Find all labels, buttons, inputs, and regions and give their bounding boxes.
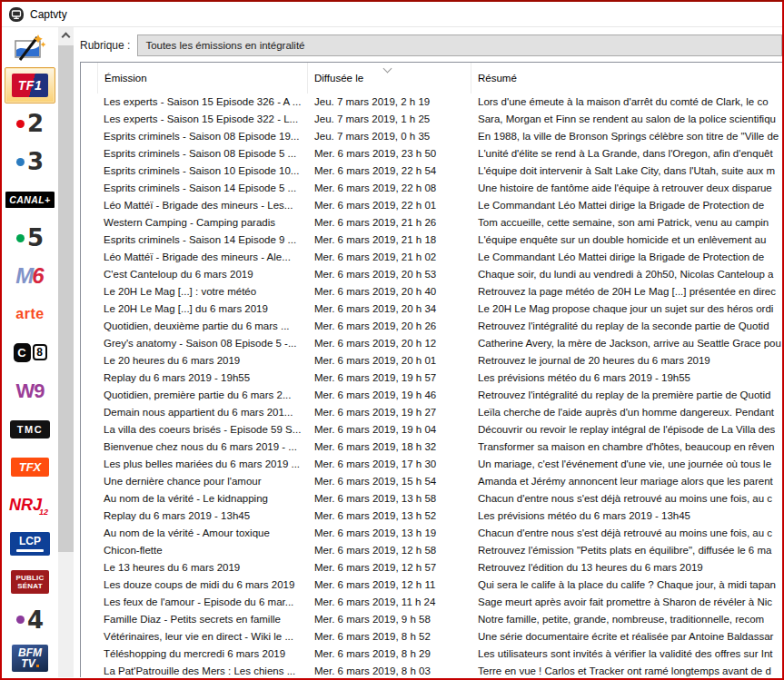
channel-france5[interactable]: 5 — [5, 220, 55, 256]
emission-cell: La villa des coeurs brisés - Episode 59 … — [97, 421, 307, 439]
resume-cell: Une série documentaire écrite et réalisé… — [471, 628, 782, 646]
nrj12-logo: NRJ12 — [9, 496, 51, 515]
channel-tfx[interactable]: TFX — [5, 449, 55, 486]
table-row[interactable]: Quotidien, deuxième partie du 6 mars ...… — [81, 318, 782, 335]
table-row[interactable]: Léo Mattéï - Brigade des mineurs - Les..… — [81, 197, 782, 214]
emission-cell: Chicon-flette — [97, 542, 307, 559]
channel-france4[interactable]: 4 — [5, 602, 55, 638]
table-row[interactable]: Replay du 6 mars 2019 - 13h45Mer. 6 mars… — [81, 508, 782, 525]
row-spacer-cell — [81, 145, 97, 163]
table-row[interactable]: Esprits criminels - Saison 14 Episode 9 … — [81, 232, 782, 249]
table-row[interactable]: Au nom de la vérité - Le kidnappingMer. … — [81, 490, 782, 508]
table-row[interactable]: Grey's anatomy - Saison 08 Episode 5 -..… — [81, 335, 782, 352]
resume-cell: L'unité d'élite se rend à La Grande, dan… — [471, 145, 782, 163]
header-spacer — [81, 63, 97, 94]
channel-lcp[interactable]: LCP — [5, 526, 55, 562]
table-row[interactable]: Le 20H Le Mag [...] du 6 mars 2019Mer. 6… — [81, 301, 782, 318]
table-row[interactable]: Bienvenue chez nous du 6 mars 2019 - ...… — [81, 439, 782, 456]
channel-nrj12[interactable]: NRJ12 — [5, 488, 55, 524]
row-spacer-cell — [81, 594, 97, 611]
table-row[interactable]: Léo Mattéï - Brigade des mineurs - Ale..… — [81, 249, 782, 266]
table-row[interactable]: Les douze coups de midi du 6 mars 2019Me… — [81, 577, 782, 594]
resume-cell: Lors d'une émeute à la maison d'arrêt du… — [471, 94, 782, 111]
table-row[interactable]: Replay du 6 mars 2019 - 19h55Mer. 6 mars… — [81, 370, 782, 387]
table-row[interactable]: La Pat'Patrouille des Mers : Les chiens … — [81, 663, 782, 677]
resume-cell: En 1988, la ville de Bronson Springs cél… — [471, 128, 782, 145]
row-spacer-cell — [81, 163, 97, 180]
channel-tf1[interactable]: TF1 — [5, 67, 55, 103]
table-row[interactable]: Les experts - Saison 15 Episode 322 - L.… — [81, 111, 782, 128]
diffusee-cell: Mer. 6 mars 2019, 18 h 32 — [307, 439, 471, 456]
row-spacer-cell — [81, 283, 97, 301]
table-row[interactable]: Vétérinaires, leur vie en direct - Wiki … — [81, 628, 782, 646]
row-spacer-cell — [81, 628, 97, 646]
diffusee-cell: Mer. 6 mars 2019, 23 h 50 — [307, 145, 471, 163]
scroll-up-button[interactable] — [58, 27, 74, 43]
diffusee-cell: Mer. 6 mars 2019, 19 h 27 — [307, 404, 471, 421]
emission-cell: La Pat'Patrouille des Mers : Les chiens … — [97, 663, 307, 677]
channel-c8[interactable]: C8 — [5, 334, 55, 370]
channel-m6[interactable]: M6 — [5, 258, 55, 294]
channel-france2[interactable]: 2 — [5, 105, 55, 142]
column-header-resume[interactable]: Résumé — [471, 63, 782, 94]
row-spacer-cell — [81, 197, 97, 214]
channel-bfmtv[interactable]: BFMTV — [5, 640, 55, 676]
channel-w9[interactable]: W9 — [5, 373, 55, 409]
table-row[interactable]: Le 13 heures du 6 mars 2019Mer. 6 mars 2… — [81, 559, 782, 577]
channel-publicsenat[interactable]: PUBLICSÉNAT — [5, 564, 55, 600]
table-row[interactable]: C'est Canteloup du 6 mars 2019Mer. 6 mar… — [81, 266, 782, 283]
resume-cell: Tom accueille, cette semaine, son ami Pa… — [471, 214, 782, 232]
table-row[interactable]: Esprits criminels - Saison 10 Episode 10… — [81, 163, 782, 180]
resume-cell: Retrouvez l'intégralité du replay de la … — [471, 318, 782, 335]
table-row[interactable]: La villa des coeurs brisés - Episode 59 … — [81, 421, 782, 439]
capture-tool-button[interactable] — [2, 30, 58, 66]
table-row[interactable]: Famille Diaz - Petits secrets en famille… — [81, 611, 782, 628]
resume-cell: Le Commandant Léo Mattei dirige la Briga… — [471, 197, 782, 214]
m6-logo: M6 — [15, 265, 44, 287]
channel-france3[interactable]: 3 — [5, 143, 55, 180]
france5-logo: 5 — [16, 226, 44, 250]
diffusee-cell: Mer. 6 mars 2019, 12 h 58 — [307, 542, 471, 559]
channel-canalplus[interactable]: CANAL+ — [5, 182, 55, 218]
diffusee-cell: Mer. 6 mars 2019, 21 h 26 — [307, 214, 471, 232]
france2-logo: 2 — [16, 112, 44, 135]
table-row[interactable]: Le 20 heures du 6 mars 2019Mer. 6 mars 2… — [81, 352, 782, 370]
resume-cell: Les prévisions météo du 6 mars 2019 - 19… — [471, 370, 782, 387]
scrollbar-thumb[interactable] — [58, 45, 74, 552]
column-header-emission[interactable]: Émission — [97, 63, 307, 94]
emission-cell: Le 20 heures du 6 mars 2019 — [97, 352, 307, 370]
channel-arte[interactable]: arte — [5, 296, 55, 332]
table-row[interactable]: Au nom de la vérité - Amour toxiqueMer. … — [81, 525, 782, 542]
table-row[interactable]: Le 20H Le Mag [...] : votre météoMer. 6 … — [81, 283, 782, 301]
row-spacer-cell — [81, 525, 97, 542]
rubrique-selected-value: Toutes les émissions en intégralité — [145, 40, 304, 51]
app-body: TF123CANAL+5M6arteC8W9TMCTFXNRJ12LCPPUBL… — [2, 27, 782, 677]
table-row[interactable]: Les experts - Saison 15 Episode 326 - A … — [81, 94, 782, 111]
sidebar-scrollbar[interactable] — [58, 27, 74, 677]
table-row[interactable]: Esprits criminels - Saison 08 Episode 5 … — [81, 145, 782, 163]
row-spacer-cell — [81, 111, 97, 128]
diffusee-cell: Mer. 6 mars 2019, 22 h 54 — [307, 163, 471, 180]
table-row[interactable]: Les feux de l'amour - Episode du 6 mar..… — [81, 594, 782, 611]
table-row[interactable]: Les plus belles mariées du 6 mars 2019 .… — [81, 456, 782, 473]
row-spacer-cell — [81, 180, 97, 197]
channel-tmc[interactable]: TMC — [5, 411, 55, 448]
emission-cell: Léo Mattéï - Brigade des mineurs - Les..… — [97, 197, 307, 214]
table-row[interactable]: Une dernière chance pour l'amourMer. 6 m… — [81, 473, 782, 490]
table-row[interactable]: Demain nous appartient du 6 mars 201...M… — [81, 404, 782, 421]
table-row[interactable]: Chicon-fletteMer. 6 mars 2019, 12 h 58Re… — [81, 542, 782, 559]
table-row[interactable]: Esprits criminels - Saison 14 Episode 5 … — [81, 180, 782, 197]
resume-cell: Découvrir ou revoir le replay intégral d… — [471, 421, 782, 439]
title-bar: Captvty — [2, 2, 782, 27]
row-spacer-cell — [81, 508, 97, 525]
table-row[interactable]: Western Camping - Camping paradisMer. 6 … — [81, 214, 782, 232]
resume-cell: Un mariage, c'est l'événement d'une vie,… — [471, 456, 782, 473]
rubrique-select[interactable]: Toutes les émissions en intégralité — [137, 34, 782, 56]
diffusee-cell: Mer. 6 mars 2019, 21 h 02 — [307, 249, 471, 266]
table-row[interactable]: Esprits criminels - Saison 08 Episode 19… — [81, 128, 782, 145]
diffusee-cell: Mer. 6 mars 2019, 19 h 46 — [307, 387, 471, 404]
row-spacer-cell — [81, 404, 97, 421]
table-row[interactable]: Quotidien, première partie du 6 mars 2..… — [81, 387, 782, 404]
resume-cell: Retrouvez l'émission "Petits plats en éq… — [471, 542, 782, 559]
table-row[interactable]: Téléshopping du mercredi 6 mars 2019Mer.… — [81, 646, 782, 663]
